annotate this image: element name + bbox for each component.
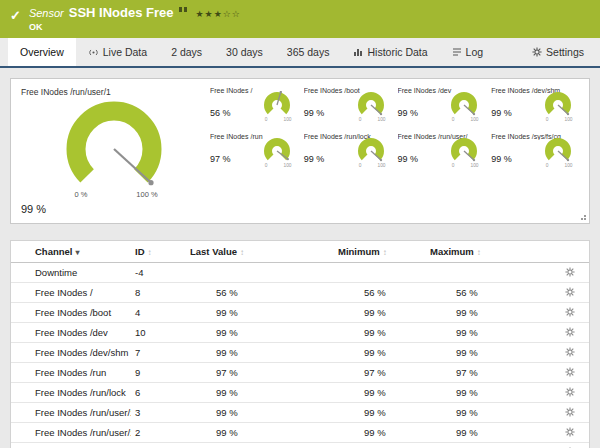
channel-minimum: 99 % (334, 343, 426, 363)
small-gauge-value: 99 % (491, 108, 512, 118)
channel-maximum: 99 % (426, 343, 546, 363)
small-gauge-free-inodes-dev-shm[interactable]: Free INodes /dev/shm 99 % 0100 (491, 85, 579, 131)
tab-log[interactable]: Log (440, 38, 496, 66)
channel-name[interactable]: Free INodes /dev/shm (11, 343, 131, 363)
sensor-titles: Sensor SSH INodes Free ★★★☆☆ OK (29, 5, 241, 32)
channel-name[interactable]: Free INodes /run/user/1 (11, 403, 131, 423)
channel-id: -4 (131, 263, 186, 283)
channel-settings-icon[interactable] (565, 347, 575, 357)
tab-historic-data[interactable]: Historic Data (341, 38, 439, 66)
small-gauge-free-inodes-run[interactable]: Free INodes /run 97 % 0100 (210, 131, 298, 177)
channel-name[interactable]: Free INodes /boot (11, 303, 131, 323)
channel-name[interactable]: Free INodes /dev (11, 323, 131, 343)
channel-maximum: 97 % (426, 363, 546, 383)
tab-label: 2 days (171, 46, 202, 58)
tab-label: Live Data (103, 46, 147, 58)
channel-id: 3 (131, 403, 186, 423)
sensor-header: ✓ Sensor SSH INodes Free ★★★☆☆ OK (0, 0, 600, 38)
channel-settings-icon[interactable] (565, 327, 575, 337)
small-gauge-value: 56 % (210, 108, 231, 118)
column-header-maximum[interactable]: Maximum↕ (426, 241, 546, 263)
channel-settings-cell (546, 283, 589, 303)
channel-last-value: 99 % (186, 403, 334, 423)
channel-settings-icon[interactable] (565, 267, 575, 277)
channel-name[interactable]: Free INodes / (11, 283, 131, 303)
channel-name[interactable]: Free INodes /run/user/1 (11, 423, 131, 443)
channel-name[interactable]: Free INodes /run/lock (11, 383, 131, 403)
column-label: ID (135, 246, 145, 257)
column-header-minimum[interactable]: Minimum↕ (334, 241, 426, 263)
primary-gauge-value: 99 % (21, 203, 46, 215)
small-gauge-free-inodes-boot[interactable]: Free INodes /boot 99 % 0100 (304, 85, 392, 131)
small-gauge-dial: 0100 (539, 137, 577, 169)
small-gauge-free-inodes-sys-fs-cg[interactable]: Free INodes /sys/fs/cg 99 % 0100 (491, 131, 579, 177)
channel-last-value: 97 % (186, 363, 334, 383)
channel-last-value: 99 % (186, 323, 334, 343)
svg-text:100: 100 (471, 163, 479, 168)
tab-label: Log (466, 46, 484, 58)
sort-icon: ↕ (240, 248, 244, 257)
channel-settings-cell (546, 323, 589, 343)
small-gauge-dial: 0100 (352, 91, 390, 123)
channel-last-value: 99 % (186, 383, 334, 403)
small-gauge-value: 99 % (398, 108, 419, 118)
channel-minimum: 97 % (334, 363, 426, 383)
channel-id: 6 (131, 383, 186, 403)
svg-text:0: 0 (264, 117, 267, 122)
column-label: Channel (35, 246, 72, 257)
small-gauge-free-inodes-run-lock[interactable]: Free INodes /run/lock 99 % 0100 (304, 131, 392, 177)
tab-30-days[interactable]: 30 days (214, 38, 275, 66)
tab-label: Overview (20, 46, 64, 58)
channel-row: Free INodes /sys/fs/cgr...599 %99 %99 % (11, 443, 589, 448)
channel-name[interactable]: Free INodes /run (11, 363, 131, 383)
small-gauge-value: 99 % (304, 108, 325, 118)
channel-last-value: 99 % (186, 303, 334, 323)
sensor-status-badge: OK (29, 22, 241, 32)
svg-text:0: 0 (546, 117, 549, 122)
channel-minimum: 99 % (334, 303, 426, 323)
channel-id: 4 (131, 303, 186, 323)
sensor-flag-icons (179, 7, 187, 12)
channel-settings-icon[interactable] (565, 407, 575, 417)
channel-settings-icon[interactable] (565, 367, 575, 377)
tab-settings[interactable]: Settings (520, 38, 596, 66)
channel-settings-icon[interactable] (565, 427, 575, 437)
channel-name[interactable]: Free INodes /sys/fs/cgr... (11, 443, 131, 448)
small-gauge-dial: 0100 (445, 137, 483, 169)
channel-row: Free INodes /dev/shm799 %99 %99 % (11, 343, 589, 363)
tab-label: 365 days (287, 46, 330, 58)
small-gauge-value: 99 % (304, 154, 325, 164)
channels-card: Channel▾ID↕Last Value↕Minimum↕Maximum↕ D… (10, 240, 590, 448)
channel-settings-cell (546, 343, 589, 363)
historic-icon (353, 47, 363, 57)
small-gauge-free-inodes-run-user[interactable]: Free INodes /run/user/ 99 % 0100 (398, 131, 486, 177)
channel-minimum: 99 % (334, 403, 426, 423)
column-header-settings (546, 241, 589, 263)
channel-maximum: 99 % (426, 303, 546, 323)
channel-maximum: 56 % (426, 283, 546, 303)
priority-stars-icon[interactable]: ★★★☆☆ (196, 9, 241, 19)
panel-resize-handle[interactable] (579, 213, 586, 220)
small-gauge-free-inodes-dev[interactable]: Free INodes /dev 99 % 0100 (398, 85, 486, 131)
svg-text:100: 100 (471, 117, 479, 122)
channel-settings-icon[interactable] (565, 307, 575, 317)
live-icon (88, 48, 99, 57)
column-header-id[interactable]: ID↕ (131, 241, 186, 263)
channel-settings-icon[interactable] (565, 387, 575, 397)
small-gauge-value: 99 % (398, 154, 419, 164)
tab-365-days[interactable]: 365 days (275, 38, 342, 66)
tab-2-days[interactable]: 2 days (159, 38, 214, 66)
column-header-last-value[interactable]: Last Value↕ (186, 241, 334, 263)
tab-overview[interactable]: Overview (8, 38, 76, 66)
column-header-channel[interactable]: Channel▾ (11, 241, 131, 263)
channel-name[interactable]: Downtime (11, 263, 131, 283)
small-gauges-grid: Free INodes / 56 % 0100 Free INodes /boo… (206, 79, 589, 223)
channel-minimum: 99 % (334, 423, 426, 443)
channel-settings-icon[interactable] (565, 287, 575, 297)
small-gauge-value: 99 % (491, 154, 512, 164)
primary-gauge[interactable]: Free INodes /run/user/1 0 %100 % 99 % (11, 79, 206, 223)
tab-live-data[interactable]: Live Data (76, 38, 159, 66)
prtg-sensor-page: ✓ Sensor SSH INodes Free ★★★☆☆ OK Overvi… (0, 0, 600, 448)
channel-id: 8 (131, 283, 186, 303)
small-gauge-free-inodes[interactable]: Free INodes / 56 % 0100 (210, 85, 298, 131)
